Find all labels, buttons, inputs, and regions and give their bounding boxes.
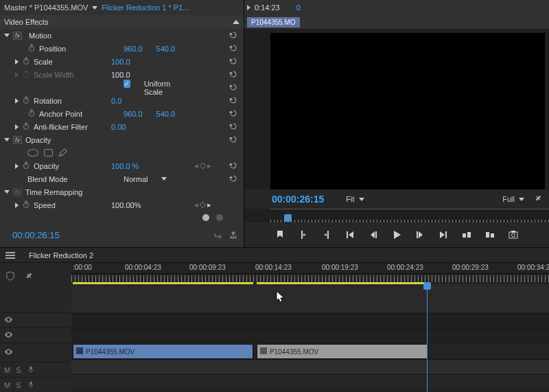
motion-label[interactable]: Motion <box>29 32 51 40</box>
zoom-select[interactable]: Fit <box>346 195 354 203</box>
timeline-clip[interactable]: P1044355.MOV <box>257 344 428 359</box>
fx-badge[interactable]: fx <box>13 136 22 144</box>
mic-icon[interactable] <box>27 380 35 390</box>
reset-icon[interactable] <box>229 108 238 119</box>
reset-icon[interactable] <box>229 161 238 172</box>
program-monitor[interactable] <box>270 33 545 189</box>
quality-select[interactable]: Full <box>502 195 515 203</box>
speed-value[interactable]: 100.00% <box>111 201 141 209</box>
reset-icon[interactable] <box>229 174 238 185</box>
chevron-right-icon[interactable] <box>15 203 19 208</box>
export-frame-button[interactable] <box>508 229 519 240</box>
prev-keyframe-icon[interactable]: ◂ <box>194 161 198 170</box>
master-dropdown-icon[interactable] <box>92 6 97 10</box>
playhead-handle[interactable] <box>423 282 431 290</box>
toggle-dot-icon[interactable] <box>216 214 223 221</box>
prev-keyframe-icon[interactable]: ◂ <box>194 200 198 209</box>
reset-icon[interactable] <box>229 95 238 106</box>
ellipse-mask-icon[interactable] <box>27 149 38 157</box>
position-x-value[interactable]: 960.0 <box>124 45 143 53</box>
reset-icon[interactable] <box>229 82 238 93</box>
solo-label[interactable]: S <box>16 381 21 389</box>
active-sequence-label[interactable]: Flicker Reduction 1 * P1... <box>102 3 189 12</box>
time-remapping-label[interactable]: Time Remapping <box>25 188 82 196</box>
snap-icon[interactable] <box>5 271 15 282</box>
mini-timecode[interactable]: 0:14:23 <box>255 3 280 12</box>
stopwatch-icon[interactable] <box>27 44 36 54</box>
step-forward-button[interactable] <box>414 229 425 240</box>
effects-current-time[interactable]: 00:00:26:15 <box>5 226 67 244</box>
export-icon[interactable] <box>229 230 238 241</box>
mini-frame[interactable]: 0 <box>296 3 301 12</box>
step-back-button[interactable] <box>368 229 379 240</box>
eye-icon[interactable] <box>4 315 13 325</box>
chevron-right-icon[interactable] <box>15 59 19 65</box>
video-track-head[interactable] <box>0 343 71 362</box>
stopwatch-icon[interactable] <box>22 200 30 210</box>
sequence-tab[interactable]: Flicker Reduction 2 <box>29 251 93 260</box>
video-track-head[interactable] <box>0 312 71 327</box>
stopwatch-icon[interactable] <box>22 122 30 132</box>
chevron-down-icon[interactable] <box>161 177 167 181</box>
chevron-down-icon[interactable] <box>4 190 10 194</box>
blend-mode-value[interactable]: Normal <box>124 175 148 183</box>
reset-icon[interactable] <box>229 43 238 54</box>
play-button[interactable] <box>391 229 402 240</box>
chevron-down-icon[interactable] <box>4 34 10 37</box>
mark-in-button[interactable] <box>298 229 309 240</box>
mute-label[interactable]: M <box>4 381 10 389</box>
audio-track-head[interactable]: MS <box>0 377 71 392</box>
scale-value[interactable]: 100.0 <box>111 58 130 66</box>
go-to-in-button[interactable] <box>344 229 355 240</box>
program-ruler[interactable] <box>270 209 549 222</box>
chevron-right-icon[interactable] <box>15 98 19 104</box>
timeline-ruler[interactable]: :00:00 00:00:04:23 00:00:09:23 00:00:14:… <box>71 263 549 274</box>
video-track-head[interactable] <box>0 327 71 343</box>
mic-icon[interactable] <box>27 365 35 375</box>
loop-playback-icon[interactable] <box>213 230 223 241</box>
add-marker-button[interactable] <box>274 229 285 240</box>
eye-icon[interactable] <box>4 347 13 358</box>
timeline-clip[interactable]: P1044355.MOV <box>73 344 253 359</box>
reset-icon[interactable] <box>229 122 238 132</box>
add-keyframe-icon[interactable] <box>199 163 206 170</box>
reset-icon[interactable] <box>229 135 238 146</box>
toggle-dot-icon[interactable] <box>202 214 209 221</box>
chevron-down-icon[interactable] <box>359 198 364 201</box>
chevron-right-icon[interactable] <box>15 163 19 169</box>
lift-button[interactable] <box>461 229 472 240</box>
rectangle-mask-icon[interactable] <box>44 149 53 157</box>
solo-label[interactable]: S <box>16 366 21 374</box>
program-current-time[interactable]: 00:00:26:15 <box>272 194 324 205</box>
reset-icon[interactable] <box>229 30 238 41</box>
eye-icon[interactable] <box>4 330 13 341</box>
extract-button[interactable] <box>484 229 495 240</box>
opacity-value[interactable]: 100.0 % <box>111 162 139 170</box>
anchor-x-value[interactable]: 960.0 <box>124 110 143 118</box>
mute-label[interactable]: M <box>4 366 10 374</box>
antiflicker-value[interactable]: 0.00 <box>111 123 126 131</box>
opacity-label[interactable]: Opacity <box>25 136 51 144</box>
source-tab[interactable]: P1044355.MO <box>247 17 300 27</box>
stopwatch-icon[interactable] <box>27 109 36 119</box>
playhead[interactable] <box>427 282 428 392</box>
chevron-right-icon[interactable] <box>15 124 19 130</box>
next-keyframe-icon[interactable]: ▸ <box>207 161 211 170</box>
go-to-out-button[interactable] <box>438 229 449 240</box>
pen-mask-icon[interactable] <box>58 148 68 159</box>
audio-track-head[interactable]: MS <box>0 362 71 377</box>
panel-menu-icon[interactable] <box>5 251 15 260</box>
stopwatch-icon[interactable] <box>22 96 30 106</box>
settings-icon[interactable] <box>533 194 542 205</box>
uniform-scale-checkbox[interactable]: ✓ <box>124 80 130 88</box>
fx-badge[interactable]: fx <box>13 32 22 40</box>
collapse-icon[interactable] <box>233 20 240 24</box>
play-mini-icon[interactable] <box>247 5 250 10</box>
stopwatch-icon[interactable] <box>22 161 30 171</box>
next-keyframe-icon[interactable]: ▸ <box>207 200 211 209</box>
position-y-value[interactable]: 540.0 <box>156 45 176 53</box>
reset-icon[interactable] <box>229 56 238 67</box>
timeline-settings-icon[interactable] <box>23 271 33 282</box>
add-keyframe-icon[interactable] <box>199 202 206 209</box>
mark-out-button[interactable] <box>321 229 332 240</box>
